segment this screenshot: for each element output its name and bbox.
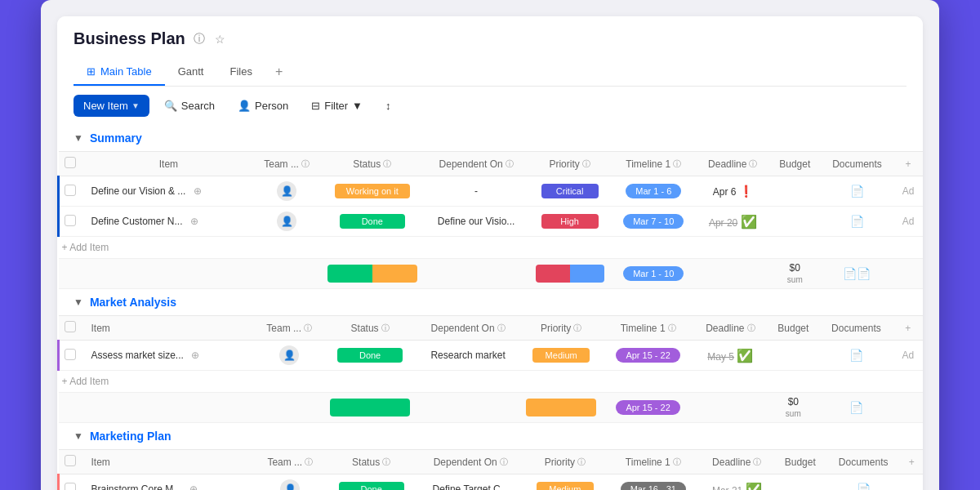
dependent-col-header: Dependent On ⓘ xyxy=(424,152,529,176)
status-cell[interactable]: Done xyxy=(325,474,418,491)
filter-icon: ⊟ xyxy=(311,100,320,112)
person-icon: 👤 xyxy=(238,100,251,112)
add-team-icon[interactable]: ⊕ xyxy=(194,185,202,197)
status-col-header: Status ⓘ xyxy=(325,450,418,474)
add-item-row[interactable]: + Add Item xyxy=(59,237,924,259)
add-col-header[interactable]: + xyxy=(893,316,923,341)
filter-button[interactable]: ⊟ Filter ▼ xyxy=(303,96,371,116)
table-row: Brainstorm Core M... ⊕ 👤 Done Define Tar… xyxy=(59,474,924,491)
info-icon: ⓘ xyxy=(497,323,506,334)
budget-col-header: Budget xyxy=(774,450,826,474)
budget-cell xyxy=(774,474,826,491)
avatar: 👤 xyxy=(277,212,296,231)
documents-cell[interactable]: 📄 xyxy=(821,176,893,207)
budget-col-header: Budget xyxy=(769,152,821,176)
add-cell[interactable]: Ad xyxy=(893,341,923,371)
status-col-header: Status ⓘ xyxy=(323,316,416,341)
toolbar: New Item ▼ 🔍 Search 👤 Person ⊟ Filter ▼ … xyxy=(57,87,923,125)
row-checkbox[interactable] xyxy=(65,349,76,360)
avatar: 👤 xyxy=(279,345,299,365)
document-icon-2: 📄 xyxy=(857,267,871,280)
select-all-checkbox[interactable] xyxy=(65,455,76,466)
add-col-header[interactable]: + xyxy=(901,450,923,474)
documents-cell[interactable]: 📄 xyxy=(821,207,893,237)
document-icon: 📄 xyxy=(843,267,857,280)
add-team-icon[interactable]: ⊕ xyxy=(190,216,198,227)
title-row: Business Plan ⓘ ☆ xyxy=(74,29,906,48)
priority-cell[interactable]: Medium xyxy=(519,341,602,371)
market-header-row: Item Team ... ⓘ Status ⓘ Dependent On ⓘ … xyxy=(59,316,924,341)
chevron-down-icon[interactable]: ▼ xyxy=(74,430,83,442)
add-col-header[interactable]: + xyxy=(893,152,923,176)
add-tab-button[interactable]: + xyxy=(265,58,292,86)
info-icon: ⓘ xyxy=(749,158,757,170)
add-cell[interactable]: Ad xyxy=(893,176,923,207)
status-cell[interactable]: Done xyxy=(321,207,424,237)
chevron-down-icon[interactable]: ▼ xyxy=(74,296,83,308)
documents-col-header: Documents xyxy=(826,450,901,474)
info-icon: ⓘ xyxy=(301,158,310,170)
info-icon: ⓘ xyxy=(382,457,390,468)
tab-gantt[interactable]: Gantt xyxy=(165,59,217,86)
item-col-header: Item xyxy=(82,152,253,176)
documents-cell[interactable]: 📄 xyxy=(819,341,893,371)
status-cell[interactable]: Working on it xyxy=(321,176,424,207)
section-market: ▼ Market Analysis Item Team ... ⓘ Status… xyxy=(57,289,923,423)
info-icon: ⓘ xyxy=(577,457,586,468)
add-cell[interactable]: Ad xyxy=(893,207,923,237)
dependent-col-header: Dependent On ⓘ xyxy=(416,316,520,341)
info-icon: ⓘ xyxy=(506,158,514,170)
summary-totals-row: Mar 1 - 10 $0sum 📄📄 xyxy=(59,259,924,289)
section-summary: ▼ Summary Item Team ... ⓘ Status ⓘ Depen… xyxy=(57,125,923,289)
person-button[interactable]: 👤 Person xyxy=(229,96,296,116)
priority-bar xyxy=(536,265,604,283)
item-col-header: Item xyxy=(82,316,255,341)
priority-cell[interactable]: High xyxy=(529,207,611,237)
table-row: Define our Vision & ... ⊕ 👤 Working on i… xyxy=(59,176,924,207)
star-button[interactable]: ☆ xyxy=(213,31,227,47)
new-item-button[interactable]: New Item ▼ xyxy=(74,95,149,117)
document-icon: 📄 xyxy=(850,185,864,198)
add-team-icon[interactable]: ⊕ xyxy=(189,483,198,490)
info-icon: ⓘ xyxy=(673,158,681,170)
team-cell: 👤 xyxy=(255,341,324,371)
select-all-checkbox[interactable] xyxy=(65,321,76,332)
deadline-col-header: Deadline ⓘ xyxy=(700,450,774,474)
row-checkbox[interactable] xyxy=(65,215,76,226)
team-cell: 👤 xyxy=(252,207,321,237)
add-cell[interactable] xyxy=(901,474,923,491)
add-item-row[interactable]: + Add Item xyxy=(59,371,924,393)
check-circle-icon: ✅ xyxy=(737,349,753,363)
add-team-icon[interactable]: ⊕ xyxy=(191,350,199,361)
info-button[interactable]: ⓘ xyxy=(192,30,207,48)
info-icon: ⓘ xyxy=(304,323,312,334)
info-icon: ⓘ xyxy=(747,323,755,334)
checkbox-header xyxy=(59,316,82,341)
row-checkbox[interactable] xyxy=(65,185,76,196)
section-header-marketing: ▼ Marketing Plan xyxy=(57,423,923,449)
select-all-checkbox[interactable] xyxy=(65,157,76,168)
item-name-cell: Define our Vision & ... ⊕ xyxy=(82,176,253,207)
budget-cell xyxy=(769,207,821,237)
table-icon: ⊞ xyxy=(87,65,96,78)
dependent-col-header: Dependent On ⓘ xyxy=(418,450,523,474)
info-icon: ⓘ xyxy=(381,323,390,334)
document-icon: 📄 xyxy=(849,349,863,362)
avatar: 👤 xyxy=(277,181,296,201)
tab-files[interactable]: Files xyxy=(216,59,265,86)
marketing-table: Item Team ... ⓘ Status ⓘ Dependent On ⓘ … xyxy=(57,449,923,490)
search-button[interactable]: 🔍 Search xyxy=(156,96,223,116)
timeline-cell: Mar 1 - 6 xyxy=(611,176,697,207)
chevron-down-icon[interactable]: ▼ xyxy=(74,132,83,144)
row-checkbox[interactable] xyxy=(65,483,76,491)
status-cell[interactable]: Done xyxy=(323,341,416,371)
table-row: Define Customer N... ⊕ 👤 Done Define our… xyxy=(59,207,924,237)
dependent-cell: Define Target C... xyxy=(418,474,523,491)
tab-main-table[interactable]: ⊞ Main Table xyxy=(74,59,165,86)
priority-cell[interactable]: Medium xyxy=(523,474,607,491)
sort-button[interactable]: ↕ xyxy=(377,96,399,116)
content-area: ▼ Summary Item Team ... ⓘ Status ⓘ Depen… xyxy=(57,125,923,490)
high-bar xyxy=(536,265,570,283)
priority-cell[interactable]: Critical xyxy=(529,176,611,207)
documents-cell[interactable]: 📄 xyxy=(826,474,901,491)
